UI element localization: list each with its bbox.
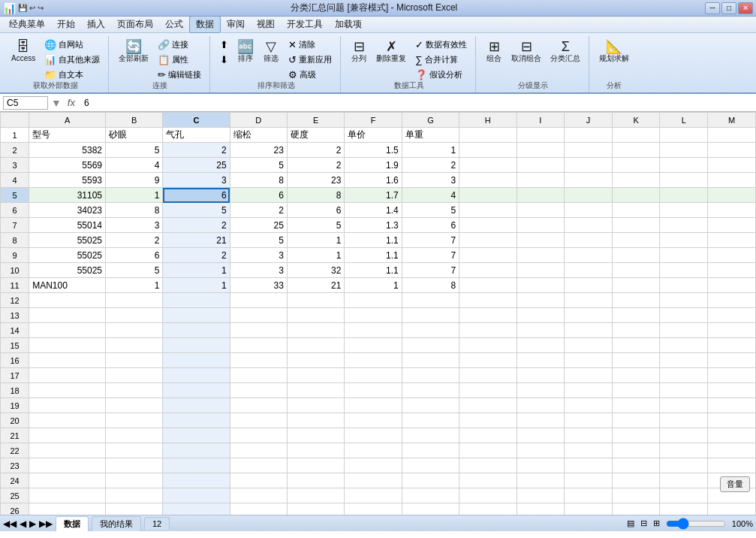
cell-r20-c8[interactable] bbox=[459, 413, 517, 428]
col-header-K[interactable]: K bbox=[612, 113, 660, 128]
cell-r22-c9[interactable] bbox=[517, 443, 565, 458]
header-cell-7[interactable]: 单重 bbox=[402, 128, 459, 143]
cell-r17-c12[interactable] bbox=[660, 368, 708, 383]
cell-r12-c11[interactable] bbox=[612, 293, 660, 308]
header-cell-3[interactable]: 气孔 bbox=[163, 128, 230, 143]
cell-r15-c9[interactable] bbox=[517, 338, 565, 353]
menu-data[interactable]: 数据 bbox=[189, 16, 221, 33]
cell-r9-c11[interactable] bbox=[612, 248, 660, 263]
cell-r21-c1[interactable] bbox=[29, 428, 106, 443]
cell-r3-c7[interactable]: 2 bbox=[402, 158, 459, 173]
cell-r10-c11[interactable] bbox=[612, 263, 660, 278]
cell-r9-c9[interactable] bbox=[517, 248, 565, 263]
cell-r12-c8[interactable] bbox=[459, 293, 517, 308]
cell-r15-c8[interactable] bbox=[459, 338, 517, 353]
cell-r23-c2[interactable] bbox=[106, 458, 163, 473]
cell-r15-c5[interactable] bbox=[287, 338, 344, 353]
cell-r22-c6[interactable] bbox=[345, 443, 402, 458]
cell-r26-c6[interactable] bbox=[345, 503, 402, 515]
cell-r16-c1[interactable] bbox=[29, 353, 106, 368]
cell-r16-c3[interactable] bbox=[163, 353, 230, 368]
col-header-A[interactable]: A bbox=[29, 113, 106, 128]
cell-r10-c7[interactable]: 7 bbox=[402, 263, 459, 278]
cell-r16-c4[interactable] bbox=[230, 353, 287, 368]
sheet-tab-data[interactable]: 数据 bbox=[56, 516, 89, 531]
cell-r18-c6[interactable] bbox=[345, 383, 402, 398]
cell-r16-c8[interactable] bbox=[459, 353, 517, 368]
cell-r15-c11[interactable] bbox=[612, 338, 660, 353]
cell-r6-c2[interactable]: 8 bbox=[106, 203, 163, 218]
cell-r2-c3[interactable]: 2 bbox=[163, 143, 230, 158]
col-header-I[interactable]: I bbox=[517, 113, 565, 128]
cell-r8-c7[interactable]: 7 bbox=[402, 233, 459, 248]
cell-r5-c5[interactable]: 8 bbox=[287, 188, 344, 203]
cell-r11-c13[interactable] bbox=[708, 278, 756, 293]
cell-r16-c7[interactable] bbox=[402, 353, 459, 368]
cell-r2-c1[interactable]: 5382 bbox=[29, 143, 106, 158]
cell-r21-c13[interactable] bbox=[708, 428, 756, 443]
cell-r24-c5[interactable] bbox=[287, 473, 344, 488]
cell-r22-c11[interactable] bbox=[612, 443, 660, 458]
cell-r19-c11[interactable] bbox=[612, 398, 660, 413]
col-header-F[interactable]: F bbox=[345, 113, 402, 128]
cell-r6-c1[interactable]: 34023 bbox=[29, 203, 106, 218]
cell-r8-c11[interactable] bbox=[612, 233, 660, 248]
cell-r4-c13[interactable] bbox=[708, 173, 756, 188]
cell-r19-c9[interactable] bbox=[517, 398, 565, 413]
cell-r10-c4[interactable]: 3 bbox=[230, 263, 287, 278]
group-button[interactable]: ⊞ 组合 bbox=[482, 38, 506, 65]
clear-button[interactable]: ✕ 清除 bbox=[285, 38, 336, 52]
cell-r19-c12[interactable] bbox=[660, 398, 708, 413]
cell-r21-c2[interactable] bbox=[106, 428, 163, 443]
cell-r4-c10[interactable] bbox=[565, 173, 613, 188]
cell-r12-c2[interactable] bbox=[106, 293, 163, 308]
cell-r14-c13[interactable] bbox=[708, 323, 756, 338]
cell-r15-c12[interactable] bbox=[660, 338, 708, 353]
cell-r4-c5[interactable]: 23 bbox=[287, 173, 344, 188]
cell-r4-c11[interactable] bbox=[612, 173, 660, 188]
cell-r13-c11[interactable] bbox=[612, 308, 660, 323]
cell-r23-c3[interactable] bbox=[163, 458, 230, 473]
cell-r24-c9[interactable] bbox=[517, 473, 565, 488]
cell-r14-c9[interactable] bbox=[517, 323, 565, 338]
cell-r22-c1[interactable] bbox=[29, 443, 106, 458]
cell-r10-c2[interactable]: 5 bbox=[106, 263, 163, 278]
cell-r22-c2[interactable] bbox=[106, 443, 163, 458]
header-cell-12[interactable] bbox=[660, 128, 708, 143]
refresh-all-button[interactable]: 🔄 全部刷新 bbox=[115, 38, 152, 65]
cell-r2-c7[interactable]: 1 bbox=[402, 143, 459, 158]
cell-r4-c3[interactable]: 3 bbox=[163, 173, 230, 188]
cell-r4-c12[interactable] bbox=[660, 173, 708, 188]
cell-r13-c8[interactable] bbox=[459, 308, 517, 323]
cell-r18-c11[interactable] bbox=[612, 383, 660, 398]
cell-r9-c12[interactable] bbox=[660, 248, 708, 263]
cell-r20-c6[interactable] bbox=[345, 413, 402, 428]
filter-button[interactable]: ▽ 筛选 bbox=[259, 38, 283, 65]
cell-r6-c9[interactable] bbox=[517, 203, 565, 218]
cell-r20-c3[interactable] bbox=[163, 413, 230, 428]
cell-r5-c9[interactable] bbox=[517, 188, 565, 203]
cell-r13-c6[interactable] bbox=[345, 308, 402, 323]
cell-r8-c1[interactable]: 55025 bbox=[29, 233, 106, 248]
cell-r6-c13[interactable] bbox=[708, 203, 756, 218]
cell-r20-c12[interactable] bbox=[660, 413, 708, 428]
cell-r26-c13[interactable] bbox=[708, 503, 756, 515]
cell-r14-c10[interactable] bbox=[565, 323, 613, 338]
cell-r3-c5[interactable]: 2 bbox=[287, 158, 344, 173]
page-layout-icon[interactable]: ⊟ bbox=[640, 518, 647, 528]
header-cell-1[interactable]: 型号 bbox=[29, 128, 106, 143]
cell-r18-c1[interactable] bbox=[29, 383, 106, 398]
cell-r6-c10[interactable] bbox=[565, 203, 613, 218]
cell-r12-c3[interactable] bbox=[163, 293, 230, 308]
formula-input[interactable]: 6 bbox=[81, 97, 753, 109]
cell-r3-c6[interactable]: 1.9 bbox=[345, 158, 402, 173]
cell-r10-c10[interactable] bbox=[565, 263, 613, 278]
cell-r9-c3[interactable]: 2 bbox=[163, 248, 230, 263]
col-header-M[interactable]: M bbox=[708, 113, 756, 128]
cell-r21-c5[interactable] bbox=[287, 428, 344, 443]
cell-r10-c9[interactable] bbox=[517, 263, 565, 278]
cell-r25-c4[interactable] bbox=[230, 488, 287, 503]
cell-r14-c4[interactable] bbox=[230, 323, 287, 338]
cell-r12-c12[interactable] bbox=[660, 293, 708, 308]
header-cell-2[interactable]: 砂眼 bbox=[106, 128, 163, 143]
